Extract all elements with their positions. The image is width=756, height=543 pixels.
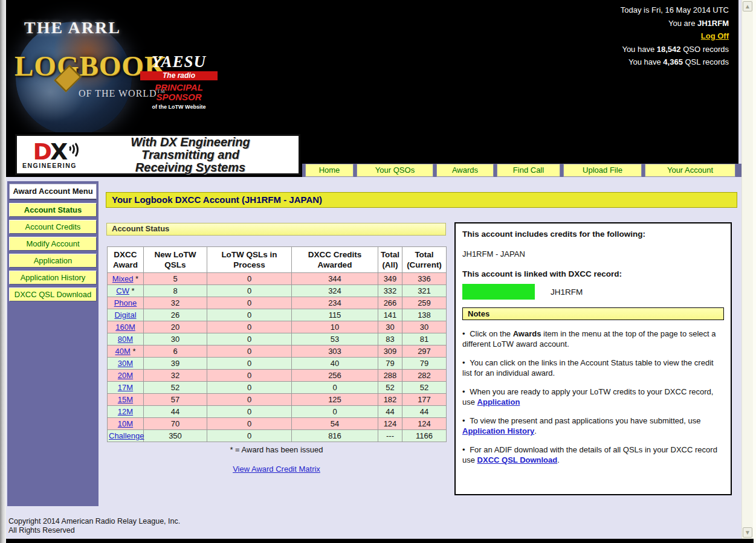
cell-total-all: 52 (378, 382, 402, 394)
note-link-application-history[interactable]: Application History (462, 426, 534, 435)
nav-tabs: HomeYour QSOsAwardsFind CallUpload FileY… (302, 164, 745, 177)
log-off-link[interactable]: Log Off (701, 31, 729, 40)
cell-credits: 10 (292, 321, 378, 333)
award-link-160m[interactable]: 160M (115, 323, 135, 332)
cell-total-current: 259 (402, 297, 447, 309)
note-item: • To view the present and past applicati… (462, 416, 724, 436)
award-link-phone[interactable]: Phone (114, 298, 137, 307)
cell-in-process: 0 (207, 406, 292, 418)
cell-total-all: 309 (378, 345, 402, 358)
cell-total-all: 30 (378, 321, 402, 333)
dx-engineering-logo: DX ENGINEERING (17, 140, 82, 169)
cell-total-all: 332 (378, 285, 402, 297)
linked-callsign: JH1RFM (551, 288, 583, 297)
scroll-down-button[interactable]: ▼ (743, 527, 752, 538)
sidebar-item-account-status[interactable]: Account Status (9, 203, 97, 217)
cell-credits: 0 (292, 382, 378, 394)
award-link-17m[interactable]: 17M (118, 383, 133, 392)
sponsor-subtext: of the LoTW Website (140, 104, 218, 110)
cell-in-process: 0 (207, 358, 292, 370)
bullet-icon: • (462, 329, 467, 338)
cell-award: 160M (108, 321, 144, 333)
award-link-10m[interactable]: 10M (118, 419, 133, 428)
tab-find-call[interactable]: Find Call (497, 164, 560, 177)
sidebar-item-modify-account[interactable]: Modify Account (9, 237, 97, 251)
cell-total-current: 282 (402, 370, 447, 382)
account-line: JH1RFM - JAPAN (462, 249, 724, 259)
cell-in-process: 0 (207, 321, 292, 333)
cell-in-process: 0 (207, 285, 292, 297)
cell-award: 17M (108, 382, 144, 394)
lotw-page: THE ARRL LOGBOOK OF THE WORLDTM YAESU Th… (0, 0, 756, 543)
sidebar-item-dxcc-qsl-download[interactable]: DXCC QSL Download (9, 288, 97, 301)
award-link-12m[interactable]: 12M (118, 407, 133, 416)
note-link-application[interactable]: Application (477, 397, 520, 406)
arrl-logo-text: THE ARRL (24, 18, 121, 37)
award-link-digital[interactable]: Digital (114, 310, 136, 320)
account-status-table: DXCC Award New LoTW QSLs LoTW QSLs in Pr… (107, 246, 447, 442)
cell-award: 30M (108, 358, 144, 370)
note-text: You can click on the links in the Accoun… (462, 358, 714, 378)
cell-total-all: 349 (378, 273, 402, 285)
tab-your-account[interactable]: Your Account (645, 164, 735, 177)
note-item: • Click on the Awards item in the menu a… (462, 329, 724, 349)
qsl-count-line: You have 4,365 QSL records (621, 56, 729, 69)
cell-total-current: 138 (402, 309, 447, 321)
cell-total-all: 83 (378, 333, 402, 345)
sidebar-item-application-history[interactable]: Application History (9, 271, 97, 284)
col-total-all: Total (All) (378, 247, 402, 273)
award-link-challenge[interactable]: Challenge (109, 431, 144, 440)
you-are-line: You are JH1RFM (621, 17, 729, 30)
dx-engineering-banner[interactable]: DX ENGINEERING With DX Engineering Trans… (15, 134, 300, 175)
award-link-15m[interactable]: 15M (118, 395, 133, 404)
tab-awards[interactable]: Awards (436, 164, 494, 177)
tab-your-qsos[interactable]: Your QSOs (357, 164, 433, 177)
table-row: 40M *60303309297 (108, 345, 447, 358)
award-link-20m[interactable]: 20M (118, 371, 133, 380)
cell-credits: 0 (292, 406, 378, 418)
cell-award: Challenge (108, 430, 144, 442)
cell-total-current: 81 (402, 333, 447, 345)
tab-upload-file[interactable]: Upload File (563, 164, 642, 177)
sidebar-title: Award Account Menu (9, 184, 97, 200)
scrollbar[interactable]: ▲ ▼ (741, 0, 753, 539)
cell-new-qsls: 30 (144, 333, 207, 345)
note-item: • For an ADIF download with the details … (462, 445, 724, 465)
note-link-dxcc-qsl-download[interactable]: DXCC QSL Download (477, 455, 558, 464)
issued-asterisk: * (129, 286, 135, 295)
cell-total-current: 52 (402, 382, 447, 394)
qso-count-line: You have 18,542 QSO records (621, 43, 729, 56)
award-link-cw[interactable]: CW (116, 286, 129, 295)
bottom-black-bar (6, 539, 754, 543)
award-link-80m[interactable]: 80M (118, 335, 133, 344)
scroll-up-button[interactable]: ▲ (743, 1, 752, 11)
view-award-credit-matrix-link[interactable]: View Award Credit Matrix (233, 464, 320, 474)
cell-total-current: 30 (402, 321, 447, 333)
cell-award: Phone (108, 297, 144, 309)
cell-award: 12M (108, 406, 144, 418)
yaesu-wordmark: YAESU (140, 53, 218, 70)
tab-home[interactable]: Home (305, 164, 354, 177)
table-row: Phone320234266259 (108, 297, 447, 309)
sidebar-item-account-credits[interactable]: Account Credits (9, 220, 97, 234)
window-right-edge (753, 0, 756, 543)
notes-list: • Click on the Awards item in the menu a… (462, 329, 724, 465)
cell-total-current: 177 (402, 394, 447, 406)
table-row: 20M320256288282 (108, 370, 447, 382)
table-header-row: DXCC Award New LoTW QSLs LoTW QSLs in Pr… (108, 247, 447, 273)
col-qsls-in-process: LoTW QSLs in Process (207, 247, 292, 273)
cell-award: 40M * (108, 345, 144, 358)
cell-new-qsls: 52 (144, 382, 207, 394)
cell-new-qsls: 57 (144, 394, 207, 406)
cell-total-current: 79 (402, 358, 447, 370)
cell-award: Mixed * (108, 273, 144, 285)
note-text: To view the present and past application… (470, 416, 700, 425)
note-item: • You can click on the links in the Acco… (462, 358, 724, 378)
yaesu-sponsor-logo: YAESU The radio PRINCIPAL SPONSOR of the… (140, 53, 218, 110)
award-link-mixed[interactable]: Mixed (112, 274, 134, 283)
award-link-30m[interactable]: 30M (118, 359, 133, 368)
award-link-40m[interactable]: 40M (115, 347, 131, 356)
cell-total-current: 44 (402, 406, 447, 418)
sidebar-item-application[interactable]: Application (9, 254, 97, 268)
cell-award: Digital (108, 309, 144, 321)
